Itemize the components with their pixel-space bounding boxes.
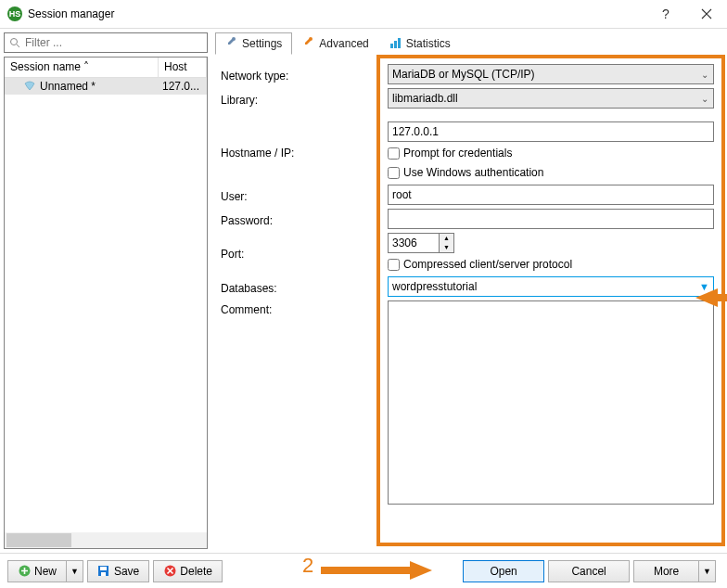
tab-strip: Settings Advanced Statistics — [215, 32, 720, 55]
search-icon — [8, 36, 21, 49]
session-row[interactable]: Unnamed * 127.0... — [5, 78, 207, 95]
svg-rect-3 — [398, 38, 401, 48]
session-name-text: Unnamed * — [40, 80, 96, 93]
hostname-label: Hostname / IP: — [221, 144, 388, 160]
app-icon: HS — [7, 6, 22, 21]
bar-chart-icon — [389, 37, 402, 50]
col-host[interactable]: Host — [159, 58, 207, 77]
compressed-checkbox[interactable] — [388, 259, 400, 271]
more-button[interactable]: More — [633, 560, 698, 582]
user-field[interactable] — [388, 185, 714, 205]
new-button[interactable]: New — [7, 560, 66, 582]
tab-statistics[interactable]: Statistics — [379, 32, 461, 55]
footer: New ▼ Save Delete 2 Open Cancel More ▼ — [0, 553, 727, 588]
dropdown-icon[interactable]: ▼ — [699, 281, 709, 292]
left-panel: Session name ˄ Host Unnamed * 127.0... — [0, 29, 211, 553]
port-field[interactable] — [388, 233, 440, 253]
annotation-arrow-2 — [321, 561, 432, 580]
horizontal-scrollbar[interactable] — [5, 532, 207, 548]
chevron-down-icon: ▼ — [70, 567, 79, 576]
wrench-icon — [225, 37, 238, 50]
library-label: Library: — [221, 91, 388, 107]
new-button-split: New ▼ — [7, 560, 83, 582]
password-field[interactable] — [388, 209, 714, 229]
comment-label: Comment: — [221, 300, 388, 316]
new-button-dropdown[interactable]: ▼ — [66, 560, 83, 582]
delete-button[interactable]: Delete — [153, 560, 223, 582]
windows-auth-label: Use Windows authentication — [403, 166, 543, 179]
svg-marker-12 — [410, 561, 432, 580]
filter-box[interactable] — [4, 32, 208, 53]
list-body: Unnamed * 127.0... — [5, 78, 207, 532]
hostname-field[interactable] — [388, 121, 714, 142]
titlebar: HS Session manager ? — [0, 0, 727, 28]
databases-field-wrap[interactable]: ▼ — [388, 276, 714, 297]
port-label: Port: — [221, 245, 388, 261]
session-icon — [23, 80, 36, 93]
list-header[interactable]: Session name ˄ Host — [5, 58, 207, 78]
main-area: Session name ˄ Host Unnamed * 127.0... — [0, 28, 727, 553]
tab-advanced[interactable]: Advanced — [292, 32, 378, 55]
more-button-split: More ▼ — [633, 560, 716, 582]
settings-form: Network type: MariaDB or MySQL (TCP/IP) … — [215, 55, 720, 549]
svg-rect-2 — [394, 41, 397, 48]
window-title: Session manager — [28, 7, 645, 20]
chevron-down-icon: ▼ — [703, 567, 711, 576]
prompt-credentials-checkbox[interactable] — [388, 147, 400, 160]
user-label: User: — [221, 187, 388, 203]
save-button[interactable]: Save — [87, 560, 149, 582]
network-type-label: Network type: — [221, 67, 388, 83]
cancel-button[interactable]: Cancel — [548, 560, 630, 582]
port-spinner[interactable]: ▲▼ — [440, 233, 454, 253]
svg-rect-11 — [321, 567, 414, 574]
comment-field[interactable] — [388, 300, 714, 505]
network-type-select[interactable]: MariaDB or MySQL (TCP/IP) — [388, 64, 714, 84]
session-list: Session name ˄ Host Unnamed * 127.0... — [4, 57, 208, 549]
windows-auth-checkbox[interactable] — [388, 167, 400, 179]
delete-icon — [163, 565, 176, 578]
svg-point-0 — [11, 39, 18, 45]
databases-label: Databases: — [221, 279, 388, 295]
open-button[interactable]: Open — [463, 560, 544, 582]
tab-settings[interactable]: Settings — [215, 32, 292, 55]
svg-rect-1 — [390, 44, 393, 48]
compressed-label: Compressed client/server protocol — [403, 258, 572, 271]
annotation-number-2: 2 — [302, 554, 313, 578]
col-session-name[interactable]: Session name ˄ — [5, 58, 159, 77]
spinner-down[interactable]: ▼ — [440, 243, 453, 252]
more-button-dropdown[interactable]: ▼ — [698, 560, 716, 582]
scroll-thumb[interactable] — [6, 533, 71, 547]
spinner-up[interactable]: ▲ — [440, 234, 453, 243]
library-select[interactable]: libmariadb.dll — [388, 88, 714, 109]
prompt-credentials-label: Prompt for credentials — [403, 147, 512, 160]
wrench-icon-orange — [302, 37, 315, 50]
databases-field[interactable] — [392, 280, 699, 293]
right-panel: Settings Advanced Statistics Network typ… — [211, 29, 727, 553]
filter-input[interactable] — [25, 36, 203, 49]
floppy-icon — [97, 565, 110, 578]
close-button[interactable] — [686, 0, 727, 28]
help-button[interactable]: ? — [645, 0, 686, 28]
plus-icon — [18, 565, 31, 578]
password-label: Password: — [221, 211, 388, 227]
svg-rect-8 — [100, 567, 107, 570]
session-host-text: 127.0... — [159, 80, 207, 93]
svg-rect-9 — [101, 572, 106, 576]
